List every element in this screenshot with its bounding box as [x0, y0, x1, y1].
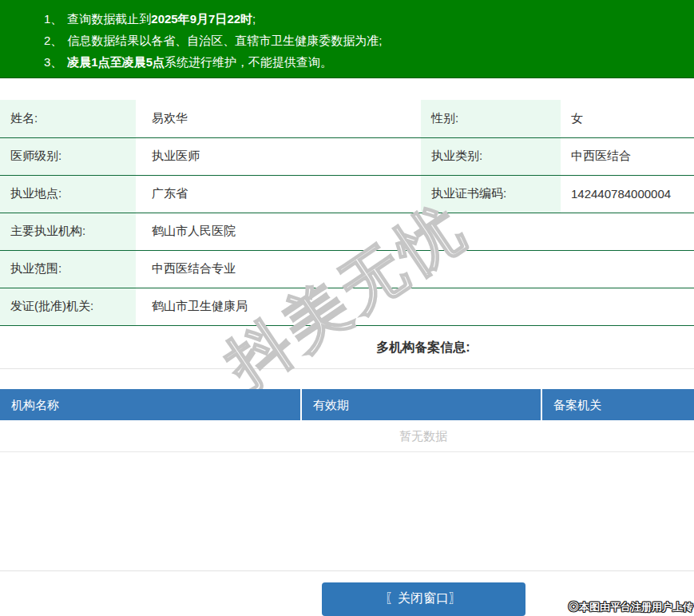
notice-number: 1、: [44, 12, 62, 26]
gender-label: 性别:: [421, 100, 561, 137]
notice-text: 信息数据结果以各省、自治区、直辖市卫生健康委数据为准;: [67, 34, 382, 47]
notice-number: 2、: [44, 34, 62, 47]
table-row: 发证(批准)机关: 鹤山市卫生健康局: [0, 288, 694, 325]
filing-section-title: 多机构备案信息:: [0, 326, 694, 369]
notice-text: 系统进行维护，不能提供查询。: [165, 55, 332, 69]
level-label: 医师级别:: [0, 137, 136, 175]
table-row: 执业范围: 中西医结合专业: [0, 250, 694, 288]
no-data-placeholder: 暂无数据: [0, 420, 694, 452]
column-header-org-name: 机构名称: [0, 389, 300, 420]
name-label: 姓名:: [0, 100, 136, 137]
name-value: 易欢华: [136, 100, 421, 137]
table-row: 执业地点: 广东省 执业证书编码: 142440784000004: [0, 175, 694, 213]
location-value: 广东省: [136, 175, 421, 213]
level-value: 执业医师: [136, 137, 421, 175]
table-row: 姓名: 易欢华 性别: 女: [0, 100, 694, 137]
close-window-button[interactable]: 〖关闭窗口〗: [322, 582, 525, 616]
notice-text-bold: 2025年9月7日22时: [151, 12, 252, 26]
notice-text: ;: [252, 12, 256, 26]
divider: [0, 452, 694, 571]
category-value: 中西医结合: [561, 137, 694, 175]
notice-line-1: 1、查询数据截止到2025年9月7日22时;: [44, 8, 694, 30]
table-row: 医师级别: 执业医师 执业类别: 中西医结合: [0, 137, 694, 175]
cert-number-label: 执业证书编码:: [421, 175, 561, 213]
notice-text: 查询数据截止到: [67, 12, 151, 26]
issuer-value: 鹤山市卫生健康局: [136, 288, 694, 325]
notice-line-2: 2、信息数据结果以各省、自治区、直辖市卫生健康委数据为准;: [44, 30, 694, 51]
notice-banner: 1、查询数据截止到2025年9月7日22时; 2、信息数据结果以各省、自治区、直…: [0, 0, 694, 78]
cert-number-value: 142440784000004: [561, 175, 694, 213]
location-label: 执业地点:: [0, 175, 136, 213]
column-header-validity: 有效期: [302, 389, 541, 420]
scope-label: 执业范围:: [0, 250, 136, 288]
column-header-filing-authority: 备案机关: [542, 389, 694, 420]
category-label: 执业类别:: [421, 137, 561, 175]
notice-line-3: 3、凌晨1点至凌晨5点系统进行维护，不能提供查询。: [44, 51, 694, 73]
org-label: 主要执业机构:: [0, 213, 136, 250]
uploader-credit-text: ◎本图由平台注册用户上传: [569, 600, 693, 614]
table-row: 主要执业机构: 鹤山市人民医院: [0, 213, 694, 250]
notice-number: 3、: [44, 55, 62, 69]
org-value: 鹤山市人民医院: [136, 213, 694, 250]
query-result-page: 1、查询数据截止到2025年9月7日22时; 2、信息数据结果以各省、自治区、直…: [0, 0, 694, 616]
gender-value: 女: [561, 100, 694, 137]
practitioner-info-table: 姓名: 易欢华 性别: 女 医师级别: 执业医师 执业类别: 中西医结合 执业地…: [0, 100, 694, 326]
filing-table-header: 机构名称 有效期 备案机关: [0, 389, 694, 420]
notice-text-bold: 凌晨1点至凌晨5点: [67, 55, 165, 69]
issuer-label: 发证(批准)机关:: [0, 288, 136, 325]
scope-value: 中西医结合专业: [136, 250, 694, 288]
